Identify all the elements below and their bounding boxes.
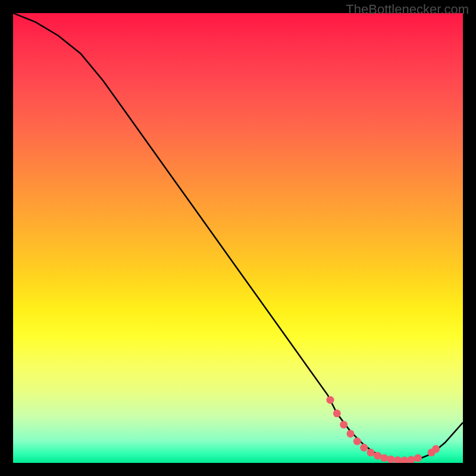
marker-point [327, 396, 334, 404]
marker-point [360, 444, 368, 452]
marker-point [340, 421, 347, 428]
marker-point [408, 456, 415, 463]
curve-line [13, 13, 463, 461]
marker-point [333, 409, 341, 417]
marker-point [374, 452, 381, 459]
marker-point [394, 456, 402, 463]
marker-point [380, 454, 388, 462]
marker-point [353, 437, 361, 445]
marker-point [387, 456, 395, 464]
plot-area [13, 13, 463, 463]
marker-point [432, 445, 440, 453]
chart-svg [13, 13, 463, 463]
marker-point [414, 454, 422, 462]
marker-point [400, 456, 408, 463]
attribution-text: TheBottlenecker.com [346, 2, 469, 17]
curve-markers [327, 396, 440, 463]
marker-point [367, 449, 375, 456]
marker-point [347, 430, 355, 437]
